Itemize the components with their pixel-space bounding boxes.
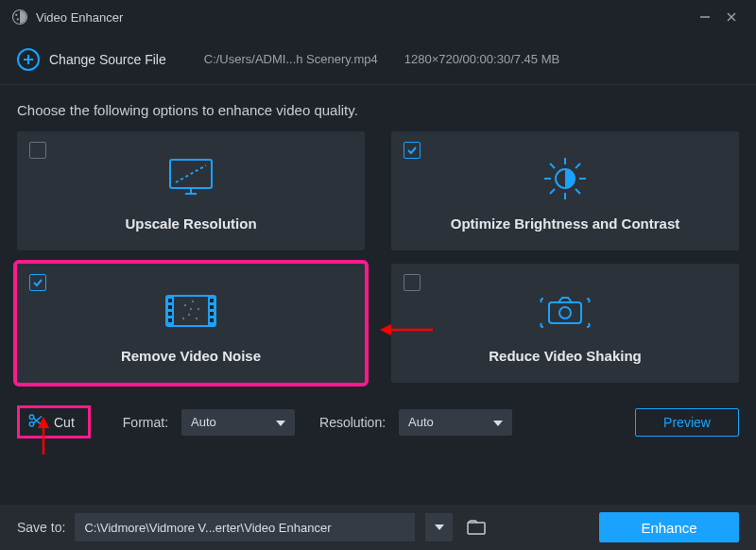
- card-label: Upscale Resolution: [125, 215, 256, 232]
- save-to-label: Save to:: [17, 520, 65, 535]
- plus-icon: [17, 48, 40, 71]
- svg-marker-47: [276, 421, 285, 426]
- card-remove-noise[interactable]: Remove Video Noise: [17, 264, 365, 383]
- checkbox-shaking[interactable]: [404, 274, 421, 291]
- window-title: Video Enhancer: [36, 10, 123, 25]
- checkbox-brightness[interactable]: [404, 142, 421, 159]
- caret-down-icon: [276, 415, 285, 429]
- svg-point-37: [182, 317, 184, 318]
- change-source-label: Change Source File: [49, 52, 166, 67]
- svg-point-33: [192, 300, 194, 301]
- svg-point-40: [559, 307, 571, 318]
- svg-line-9: [176, 165, 206, 182]
- cut-label: Cut: [54, 415, 75, 430]
- svg-point-32: [184, 303, 186, 305]
- card-label: Reduce Video Shaking: [489, 348, 641, 364]
- scissors-icon: [27, 412, 44, 432]
- save-path-value: C:\Vidmore\Vidmore V...erter\Video Enhan…: [84, 521, 331, 535]
- preview-label: Preview: [663, 415, 711, 430]
- resolution-select[interactable]: Auto: [399, 409, 512, 436]
- svg-rect-31: [210, 318, 214, 322]
- save-path-dropdown[interactable]: [424, 513, 453, 541]
- svg-line-20: [550, 189, 555, 194]
- save-path-field[interactable]: C:\Vidmore\Vidmore V...erter\Video Enhan…: [75, 513, 415, 541]
- caret-down-icon: [493, 415, 503, 429]
- svg-line-19: [576, 163, 580, 168]
- svg-point-36: [196, 317, 198, 318]
- svg-line-18: [576, 189, 580, 194]
- svg-marker-42: [380, 324, 391, 335]
- svg-point-35: [188, 313, 190, 315]
- format-value: Auto: [191, 415, 216, 429]
- svg-point-38: [190, 307, 192, 309]
- preview-button[interactable]: Preview: [635, 408, 739, 437]
- resolution-value: Auto: [408, 415, 434, 429]
- svg-rect-24: [168, 299, 172, 302]
- svg-rect-28: [210, 299, 214, 302]
- open-folder-button[interactable]: [462, 513, 490, 541]
- film-noise-icon: [163, 284, 219, 338]
- source-path: C:/Users/ADMI...h Scenery.mp4: [204, 52, 378, 66]
- change-source-button[interactable]: Change Source File: [17, 48, 166, 71]
- svg-point-2: [17, 18, 19, 20]
- svg-rect-26: [168, 312, 172, 316]
- svg-point-1: [15, 14, 17, 16]
- instruction-text: Choose the following options to enhance …: [0, 85, 756, 131]
- monitor-icon: [164, 151, 217, 206]
- enhance-label: Enhance: [641, 520, 696, 536]
- svg-marker-51: [435, 524, 444, 530]
- resolution-label: Resolution:: [319, 415, 386, 430]
- format-label: Format:: [123, 415, 168, 430]
- svg-marker-48: [493, 421, 503, 426]
- source-meta: 1280×720/00:00:30/7.45 MB: [404, 52, 559, 66]
- cut-button[interactable]: Cut: [17, 405, 91, 438]
- enhance-button[interactable]: Enhance: [599, 512, 739, 542]
- svg-rect-29: [210, 305, 214, 309]
- svg-rect-52: [468, 523, 485, 534]
- brightness-icon: [539, 151, 592, 206]
- svg-rect-39: [549, 302, 581, 323]
- svg-point-34: [198, 307, 199, 309]
- card-label: Optimize Brightness and Contrast: [451, 215, 680, 232]
- card-reduce-shaking[interactable]: Reduce Video Shaking: [391, 264, 739, 383]
- minimize-button[interactable]: [692, 4, 718, 30]
- card-label: Remove Video Noise: [121, 348, 261, 364]
- checkbox-noise[interactable]: [29, 274, 46, 291]
- svg-rect-25: [168, 305, 172, 309]
- camera-shake-icon: [534, 284, 596, 338]
- close-button[interactable]: [718, 4, 745, 30]
- card-optimize-brightness[interactable]: Optimize Brightness and Contrast: [391, 131, 739, 250]
- svg-line-17: [550, 163, 555, 168]
- app-icon: [11, 9, 28, 26]
- svg-rect-30: [210, 312, 214, 316]
- card-upscale-resolution[interactable]: Upscale Resolution: [17, 131, 365, 250]
- format-select[interactable]: Auto: [181, 409, 295, 436]
- svg-rect-27: [168, 318, 172, 322]
- checkbox-upscale[interactable]: [29, 142, 46, 159]
